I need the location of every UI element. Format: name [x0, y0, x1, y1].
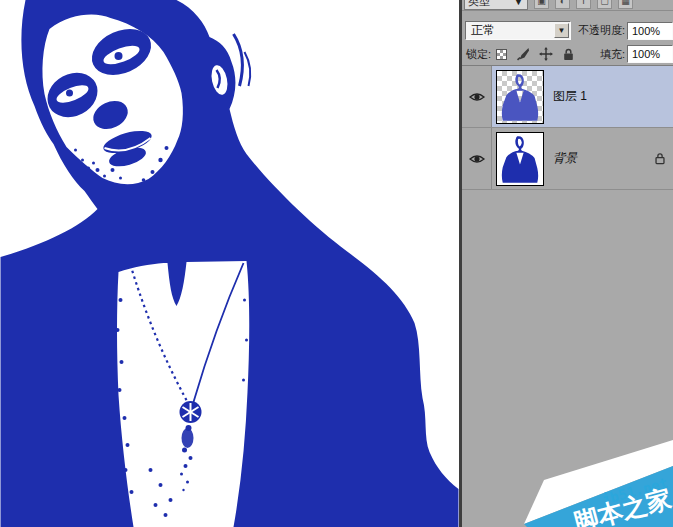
eye-icon: [469, 91, 485, 103]
eye-icon: [469, 153, 485, 165]
chevron-down-icon: ▼: [554, 23, 569, 38]
filter-type-label: 类型: [468, 0, 490, 9]
lock-pixels-brush-icon[interactable]: [516, 47, 530, 61]
blend-opacity-row: 正常 ▼ 不透明度: 100%: [462, 11, 673, 43]
posterized-portrait: [0, 0, 459, 527]
visibility-toggle[interactable]: [462, 66, 492, 127]
filter-type-layers-icon[interactable]: T: [576, 0, 591, 9]
layer-row-layer1[interactable]: 图层 1: [462, 66, 673, 128]
layer-filter-bar: 类型 ▼ ▣ ◐ T ▢ ▦: [462, 0, 673, 11]
blend-mode-value: 正常: [466, 22, 554, 39]
photoshop-window: 类型 ▼ ▣ ◐ T ▢ ▦ 正常 ▼ 不透明度: 100% 锁定:: [0, 0, 673, 527]
empty-panel-area: [462, 190, 673, 462]
fill-input[interactable]: 100%: [627, 45, 673, 63]
blend-mode-dropdown[interactable]: 正常 ▼: [465, 21, 571, 40]
lock-transparency-icon[interactable]: [496, 49, 507, 60]
opacity-input[interactable]: 100%: [627, 22, 673, 40]
filter-shape-layers-icon[interactable]: ▢: [597, 0, 612, 9]
layers-panel: 类型 ▼ ▣ ◐ T ▢ ▦ 正常 ▼ 不透明度: 100% 锁定:: [459, 0, 673, 527]
layer-thumbnail[interactable]: [496, 70, 544, 124]
filter-smart-objects-icon[interactable]: ▦: [618, 0, 633, 9]
lock-fill-row: 锁定: 填充: 100%: [462, 43, 673, 66]
opacity-label: 不透明度:: [578, 23, 625, 40]
layer-thumbnail[interactable]: [496, 132, 544, 186]
fill-value: 100%: [632, 48, 660, 60]
filter-adjustment-layers-icon[interactable]: ◐: [555, 0, 570, 9]
lock-position-move-icon[interactable]: [539, 47, 553, 61]
layer-locked-icon: [654, 152, 666, 165]
fill-label: 填充:: [600, 47, 625, 62]
lock-all-icon[interactable]: [562, 48, 575, 61]
chevron-down-icon: ▼: [513, 0, 524, 7]
visibility-toggle[interactable]: [462, 128, 492, 189]
layer-name: 背景: [553, 150, 577, 167]
lock-label: 锁定:: [466, 47, 491, 62]
filter-type-dropdown[interactable]: 类型 ▼: [464, 0, 528, 10]
document-canvas[interactable]: [0, 0, 459, 527]
filter-pixel-layers-icon[interactable]: ▣: [534, 0, 549, 9]
opacity-value: 100%: [632, 25, 660, 37]
layer-name: 图层 1: [553, 88, 587, 105]
layer-row-background[interactable]: 背景: [462, 128, 673, 190]
